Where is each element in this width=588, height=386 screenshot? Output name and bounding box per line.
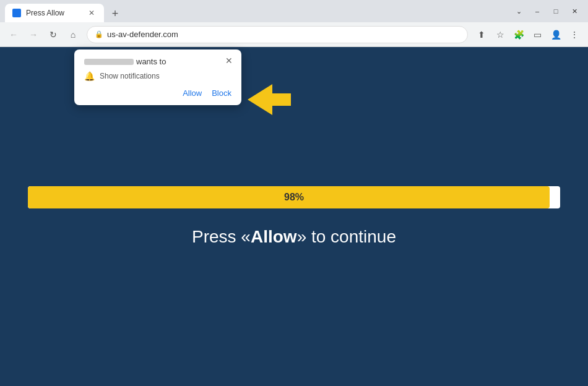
browser-window: Press Allow ✕ + ⌄ – □ ✕ ← → ↻ ⌂ 🔒 us-av-… — [0, 0, 588, 386]
tab-close-button[interactable]: ✕ — [87, 8, 97, 18]
extensions-button[interactable]: 🧩 — [510, 26, 527, 43]
back-button[interactable]: ← — [5, 26, 22, 43]
menu-button[interactable]: ⋮ — [566, 26, 583, 43]
tab-title: Press Allow — [26, 9, 82, 17]
address-bar-actions: ⬆ ☆ 🧩 ▭ 👤 ⋮ — [473, 26, 583, 43]
share-button[interactable]: ⬆ — [473, 26, 490, 43]
block-button[interactable]: Block — [212, 88, 231, 98]
notification-label: Show notifications — [100, 72, 160, 80]
svg-marker-0 — [248, 84, 291, 115]
popup-notification-row: 🔔 Show notifications — [84, 71, 231, 81]
sidebar-button[interactable]: ▭ — [529, 26, 546, 43]
allow-button[interactable]: Allow — [183, 88, 202, 98]
tab-search-button[interactable]: ⌄ — [510, 2, 527, 20]
active-tab[interactable]: Press Allow ✕ — [5, 4, 104, 22]
refresh-button[interactable]: ↻ — [45, 26, 62, 43]
forward-button[interactable]: → — [25, 26, 42, 43]
page-content: ✕ wants to 🔔 Show notifications Allow Bl… — [0, 47, 588, 386]
progress-bar-container: 98% — [28, 186, 560, 208]
main-text-suffix: » to continue — [297, 227, 396, 246]
popup-close-button[interactable]: ✕ — [223, 54, 235, 67]
home-button[interactable]: ⌂ — [64, 26, 82, 43]
tab-strip: Press Allow ✕ + — [5, 0, 510, 22]
tab-favicon — [12, 9, 21, 17]
new-tab-button[interactable]: + — [106, 5, 124, 22]
bell-icon: 🔔 — [84, 71, 95, 81]
address-bar: ← → ↻ ⌂ 🔒 us-av-defender.com ⬆ ☆ 🧩 ▭ 👤 ⋮ — [0, 22, 588, 47]
minimize-button[interactable]: – — [529, 2, 546, 20]
title-bar: Press Allow ✕ + ⌄ – □ ✕ — [0, 0, 588, 22]
main-text-bold: Allow — [251, 227, 297, 246]
popup-domain — [84, 59, 134, 65]
main-text: Press «Allow» to continue — [192, 227, 396, 247]
lock-icon: 🔒 — [95, 30, 103, 38]
arrow-indicator — [248, 84, 291, 120]
maximize-button[interactable]: □ — [547, 2, 564, 20]
popup-buttons: Allow Block — [84, 88, 231, 98]
url-text: us-av-defender.com — [107, 30, 178, 39]
profile-button[interactable]: 👤 — [547, 26, 564, 43]
url-bar[interactable]: 🔒 us-av-defender.com — [87, 26, 468, 43]
arrow-svg — [248, 84, 291, 115]
window-controls: ⌄ – □ ✕ — [510, 2, 583, 20]
popup-title: wants to — [84, 57, 231, 66]
popup-title-suffix: wants to — [136, 57, 166, 66]
notification-popup: ✕ wants to 🔔 Show notifications Allow Bl… — [74, 49, 241, 105]
close-button[interactable]: ✕ — [566, 2, 583, 20]
progress-label: 98% — [284, 192, 304, 203]
bookmark-button[interactable]: ☆ — [491, 26, 509, 43]
main-text-prefix: Press « — [192, 227, 251, 246]
